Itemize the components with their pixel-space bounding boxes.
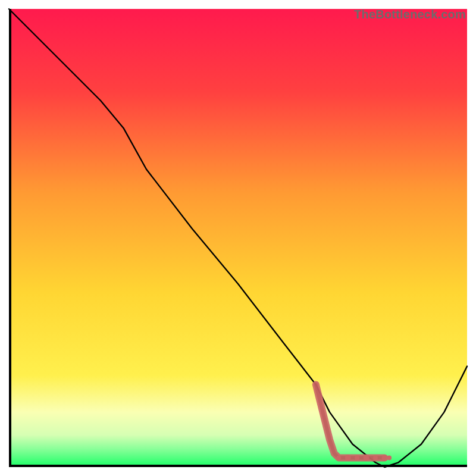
svg-point-4: [364, 455, 369, 461]
chart-overlay: [9, 9, 467, 467]
x-axis: [9, 465, 467, 467]
ideal-zone-marker: [316, 384, 392, 461]
svg-point-3: [355, 456, 359, 461]
svg-point-6: [381, 455, 387, 461]
svg-point-2: [345, 455, 351, 461]
chart-container: TheBottleneck.com: [0, 0, 476, 476]
svg-point-7: [387, 456, 392, 461]
y-axis: [9, 9, 11, 467]
svg-point-5: [373, 456, 378, 461]
svg-point-1: [336, 456, 341, 461]
bottleneck-curve: [9, 9, 467, 467]
plot-area: TheBottleneck.com: [9, 9, 467, 467]
watermark-text: TheBottleneck.com: [354, 8, 466, 21]
